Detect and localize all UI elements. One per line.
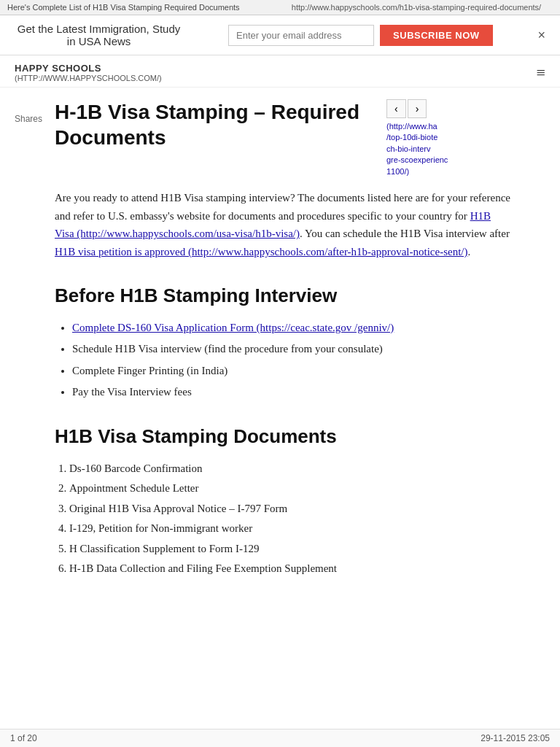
subscribe-button[interactable]: SUBSCRIBE NOW xyxy=(380,25,492,46)
sidebar-link-5[interactable]: 1100/) xyxy=(386,166,448,177)
close-button[interactable]: × xyxy=(534,28,548,43)
list-item: Appointment Schedule Letter xyxy=(69,479,510,498)
notification-bar: Get the Latest Immigration, Study in USA… xyxy=(0,15,560,55)
hamburger-icon[interactable]: ≡ xyxy=(537,63,545,82)
section2-heading: H1B Visa Stamping Documents xyxy=(55,425,510,448)
browser-bar: Here's Complete List of H1B Visa Stampin… xyxy=(0,0,560,15)
list-item: Complete Finger Printing (in India) xyxy=(72,362,510,381)
list-item: Schedule H1B Visa interview (find the pr… xyxy=(72,340,510,359)
h1b-petition-link[interactable]: H1B visa petition is approved (http://ww… xyxy=(55,246,468,258)
stamping-docs-list: Ds-160 Barcode Confirmation Appointment … xyxy=(55,460,510,578)
nav-prev-button[interactable]: ‹ xyxy=(386,99,406,118)
browser-url: http://www.happyschools.com/h1b-visa-sta… xyxy=(280,3,553,12)
list-item: I-129, Petition for Non-immigrant worker xyxy=(69,519,510,538)
section1-heading: Before H1B Stamping Interview xyxy=(55,285,510,307)
content-wrapper: Shares H-1B Visa Stamping – Required Doc… xyxy=(15,99,510,578)
before-stamping-list: Complete DS-160 Visa Application Form (h… xyxy=(55,319,510,402)
h1b-visa-link[interactable]: H1B Visa (http://www.happyschools.com/us… xyxy=(55,210,491,240)
list-item: Complete DS-160 Visa Application Form (h… xyxy=(72,319,510,338)
page-footer: 1 of 20 29-11-2015 23:05 xyxy=(0,729,560,747)
sidebar-link-2[interactable]: /top-10di-biote xyxy=(386,132,448,143)
list-item: H-1B Data Collection and Filing Fee Exem… xyxy=(69,560,510,578)
main-content: Shares H-1B Visa Stamping – Required Doc… xyxy=(0,99,525,605)
notification-text: Get the Latest Immigration, Study in USA… xyxy=(12,23,186,47)
ds160-link[interactable]: Complete DS-160 Visa Application Form (h… xyxy=(72,322,394,333)
tab-title: Here's Complete List of H1B Visa Stampin… xyxy=(7,3,280,12)
nav-arrows: ‹ › xyxy=(386,99,427,118)
email-input[interactable] xyxy=(228,25,374,46)
page-info: 1 of 20 xyxy=(10,733,37,743)
nav-sidebar: ‹ › (http://www.ha /top-10di-biote ch-bi… xyxy=(386,99,510,177)
list-item: H Classification Supplement to Form I-12… xyxy=(69,540,510,559)
list-item: Ds-160 Barcode Confirmation xyxy=(69,460,510,479)
intro-paragraph: Are you ready to attend H1B Visa stampin… xyxy=(55,189,510,261)
sidebar-link-1[interactable]: (http://www.ha xyxy=(386,121,448,132)
sidebar-link-4[interactable]: gre-scoexperienc xyxy=(386,155,448,166)
notification-actions: SUBSCRIBE NOW xyxy=(186,25,534,46)
shares-label: Shares xyxy=(15,114,42,124)
article-body: Are you ready to attend H1B Visa stampin… xyxy=(15,189,510,578)
timestamp: 29-11-2015 23:05 xyxy=(481,733,550,743)
list-item: Pay the Visa Interview fees xyxy=(72,383,510,402)
nav-next-button[interactable]: › xyxy=(408,99,427,118)
article-header: H-1B Visa Stamping – Required Documents … xyxy=(15,99,510,177)
sidebar-link-3[interactable]: ch-bio-interv xyxy=(386,144,448,155)
list-item: Original H1B Visa Approval Notice – I-79… xyxy=(69,500,510,519)
article-title: H-1B Visa Stamping – Required Documents xyxy=(55,99,383,150)
site-header: HAPPY SCHOOLS (HTTP://WWW.HAPPYSCHOOLS.C… xyxy=(0,55,560,88)
site-logo[interactable]: HAPPY SCHOOLS (HTTP://WWW.HAPPYSCHOOLS.C… xyxy=(15,63,162,82)
sidebar-links: (http://www.ha /top-10di-biote ch-bio-in… xyxy=(386,121,448,177)
